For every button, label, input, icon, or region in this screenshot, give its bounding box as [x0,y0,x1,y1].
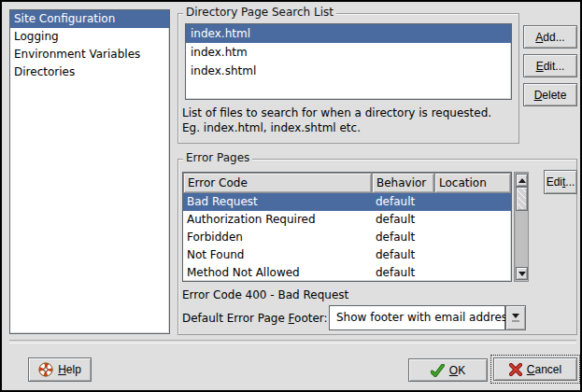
cancel-button[interactable]: Cancel [493,357,577,381]
column-header-error-code[interactable]: Error Code [183,173,372,193]
site-configuration-dialog: Site Configuration Logging Environment V… [0,0,582,392]
sidebar-item-environment-variables[interactable]: Environment Variables [10,46,169,63]
sidebar-item-site-configuration[interactable]: Site Configuration [10,10,169,28]
sidebar-item-directories[interactable]: Directories [10,63,169,81]
list-item-index-html[interactable]: index.html [186,24,511,43]
ok-button[interactable]: OK [408,358,488,382]
ok-button-label: OK [449,364,465,377]
edit-error-page-button-label: Edit... [547,175,575,189]
footer-separator [9,340,576,343]
add-button-label: Add... [535,31,564,44]
help-button-label: Help [58,363,81,376]
arrow-up-icon [518,178,526,183]
file-search-description-line2: Eg. index.html, index.shtml etc. [182,121,361,134]
edit-error-page-button[interactable]: Edit... [544,170,577,194]
error-table-scrollbar[interactable] [514,172,529,282]
table-row-authorization-required[interactable]: Authorization Required default [183,211,511,229]
combo-dropdown-button[interactable] [505,305,526,330]
directory-page-search-frame-label: Directory Page Search List [183,6,336,19]
cross-icon [509,363,522,376]
sidebar-item-logging[interactable]: Logging [10,28,169,46]
lifebuoy-icon [38,362,53,377]
column-header-location[interactable]: Location [434,173,511,193]
scrollbar-up-button[interactable] [516,174,528,187]
table-row-forbidden[interactable]: Forbidden default [183,229,511,246]
error-pages-frame-label: Error Pages [183,151,252,164]
arrow-down-icon [518,272,526,276]
error-code-status: Error Code 400 - Bad Request [182,288,348,301]
scrollbar-down-button[interactable] [516,267,528,280]
edit-file-button[interactable]: Edit... [523,54,577,77]
default-error-page-footer-combo[interactable]: Show footer with email address [329,305,526,330]
file-search-description-line1: List of files to search for when a direc… [182,106,491,119]
dropdown-arrow-icon [512,314,519,318]
file-search-list: index.html index.htm index.shtml [185,23,512,100]
combo-selected-value: Show footer with email address [329,305,505,330]
help-button[interactable]: Help [28,357,92,382]
list-item-index-shtml[interactable]: index.shtml [186,62,511,80]
category-list: Site Configuration Logging Environment V… [9,9,170,334]
cancel-button-label: Cancel [527,363,561,376]
list-item-index-htm[interactable]: index.htm [186,43,511,62]
edit-file-button-label: Edit... [536,60,565,73]
default-error-page-footer-label: Default Error Page Footer: [182,312,328,325]
dropdown-dash-icon [512,320,519,322]
delete-button[interactable]: Delete [523,83,577,106]
check-icon [431,364,445,377]
table-row-method-not-allowed[interactable]: Method Not Allowed default [183,264,511,282]
table-row-bad-request[interactable]: Bad Request default [183,193,511,211]
scrollbar-thumb[interactable] [516,187,528,211]
add-button[interactable]: Add... [523,25,577,49]
table-row-not-found[interactable]: Not Found default [183,246,511,264]
error-pages-table: Error Code Behavior Location Bad Request… [182,172,512,282]
column-header-behavior[interactable]: Behavior [372,173,434,193]
delete-button-label: Delete [534,89,567,102]
cancel-button-focus-ring: Cancel [490,355,580,384]
error-pages-table-header: Error Code Behavior Location [183,173,511,193]
